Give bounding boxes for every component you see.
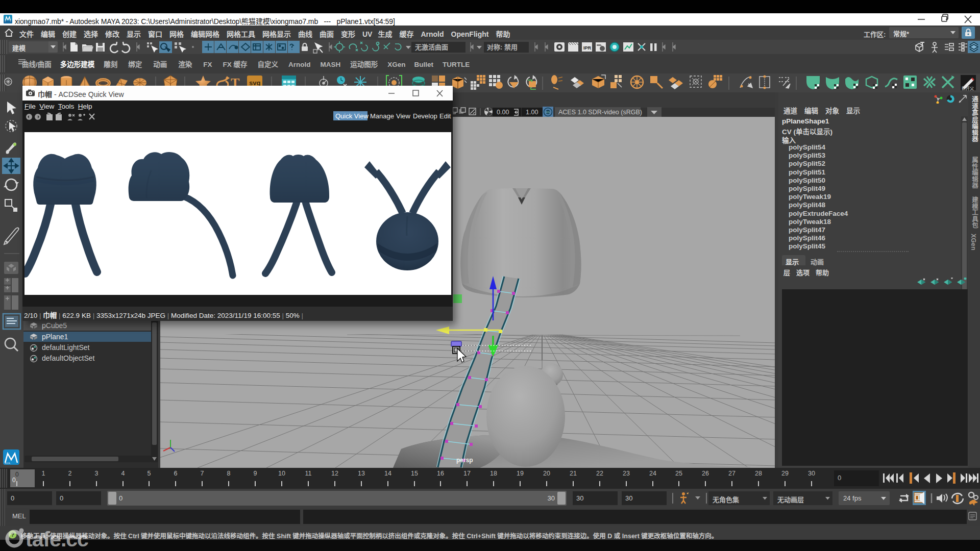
svg-text:RIN: RIN [546,111,550,114]
svg-text:15: 15 [411,470,418,477]
svg-text:14: 14 [384,470,391,477]
svg-text:tafe.cc: tafe.cc [26,528,88,551]
svg-text:30: 30 [808,470,815,477]
svg-text:27: 27 [728,470,736,477]
svg-text:6: 6 [174,470,178,477]
svg-text:persp: persp [456,457,473,464]
svg-text:26: 26 [702,470,709,477]
svg-text:16: 16 [437,470,444,477]
svg-text:12: 12 [331,470,338,477]
svg-text:1: 1 [42,470,45,477]
svg-text:20: 20 [543,470,550,477]
svg-text:7: 7 [201,470,204,477]
svg-text:28: 28 [755,470,762,477]
svg-text:13: 13 [358,470,365,477]
svg-text:IPR: IPR [583,45,592,51]
svg-text:4: 4 [121,470,125,477]
svg-text:5: 5 [148,470,151,477]
svg-text:1.00: 1.00 [526,109,538,116]
svg-text:3: 3 [95,470,99,477]
svg-text:新开父: 新开父 [962,86,974,91]
svg-text:2: 2 [68,470,72,477]
svg-text:0.00: 0.00 [497,109,509,116]
svg-text:17: 17 [463,470,471,477]
svg-text:18: 18 [490,470,497,477]
svg-text:22: 22 [596,470,603,477]
svg-text:24: 24 [649,470,656,477]
svg-text:19: 19 [517,470,524,477]
svg-text:AYA: AYA [5,462,10,465]
svg-text:21: 21 [570,470,577,477]
svg-text:29: 29 [781,470,789,477]
svg-text:11: 11 [305,470,312,477]
svg-text:无激活曲面: 无激活曲面 [414,43,448,51]
svg-text:23: 23 [623,470,630,477]
svg-text:ACES 1.0 SDR-video (sRGB): ACES 1.0 SDR-video (sRGB) [558,109,642,116]
svg-text:10: 10 [278,470,285,477]
svg-text:8: 8 [227,470,231,477]
svg-text:25: 25 [675,470,682,477]
svg-text:对称: 禁用: 对称: 禁用 [487,43,518,51]
svg-text:9: 9 [254,470,257,477]
